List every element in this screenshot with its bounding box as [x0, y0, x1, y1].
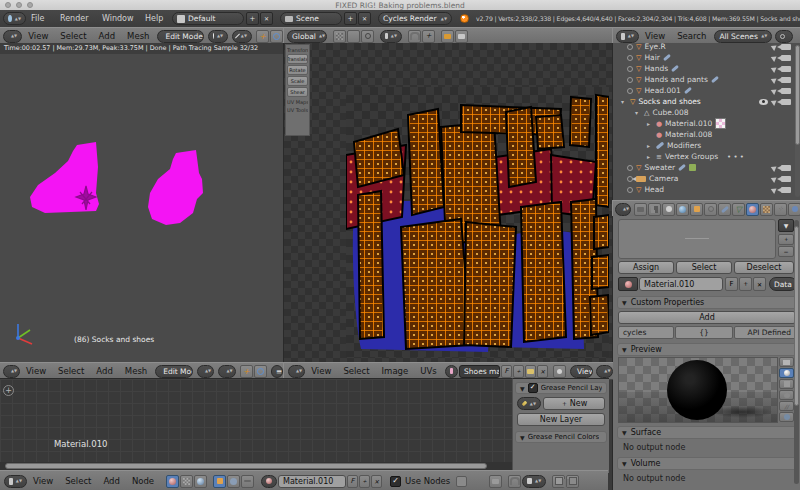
image-fake-user-button[interactable]: F: [501, 365, 512, 378]
tab-constraints-icon[interactable]: [704, 203, 717, 216]
outliner-row-eye-r[interactable]: ▽Eye.R: [613, 43, 800, 52]
viewport-shading-selector-bottom[interactable]: ▲▼: [197, 365, 214, 378]
texture-nodes-icon[interactable]: [194, 475, 207, 488]
snap-target-icon[interactable]: ＋: [422, 30, 435, 43]
data-link-selector[interactable]: Data▲▼: [769, 277, 797, 291]
editor-type-view3d-button[interactable]: ▲▼: [3, 30, 22, 43]
menu-help[interactable]: Help: [145, 14, 163, 23]
manipulator-translate-icon[interactable]: +: [240, 365, 253, 378]
collapsed-node-plus-icon[interactable]: +: [3, 385, 14, 396]
tab-render-icon[interactable]: [634, 203, 647, 216]
proportional-edit-icon[interactable]: [361, 30, 374, 43]
uv-menu-select[interactable]: Select: [337, 366, 375, 376]
editor-type-properties-button[interactable]: ▲▼: [615, 203, 631, 216]
toolshelf-scale-button[interactable]: Scale: [287, 76, 308, 86]
mode-selector[interactable]: Edit Mode▲▼: [157, 30, 204, 43]
outliner-row-hair[interactable]: ▽Hair: [613, 52, 800, 63]
material-slot-list[interactable]: [618, 219, 776, 259]
unlink-material-icon[interactable]: ✕: [753, 277, 766, 291]
outliner-row-modifiers[interactable]: ▸Modifiers: [613, 140, 800, 151]
fake-user-button[interactable]: F: [725, 277, 738, 291]
object-shader-icon[interactable]: [213, 475, 226, 488]
browse-image-icon[interactable]: [445, 365, 458, 378]
add-scene-icon[interactable]: +: [344, 12, 357, 25]
preview-cube-icon[interactable]: [779, 379, 794, 389]
view3d-menu-select[interactable]: Select: [54, 31, 92, 41]
browse-node-material-icon[interactable]: [261, 475, 277, 488]
outliner-row-sweater[interactable]: ▽Sweater: [613, 162, 800, 173]
view3d-menu-mesh[interactable]: Mesh: [121, 31, 155, 41]
shader-nodes-icon[interactable]: [166, 475, 179, 488]
assign-button[interactable]: Assign: [618, 261, 674, 274]
composite-nodes-icon[interactable]: [180, 475, 193, 488]
uv-menu-uvs[interactable]: UVs: [414, 366, 442, 376]
snap-node-element-selector[interactable]: ▲▼: [522, 475, 546, 488]
tab-physics-icon[interactable]: [788, 203, 800, 216]
renderable-icon[interactable]: [781, 66, 791, 72]
properties-scrollbar[interactable]: [794, 220, 799, 484]
image-name-field[interactable]: Shoes mapped.png: [459, 365, 500, 378]
custom-properties-panel-header[interactable]: ▼Custom Properties: [617, 296, 797, 309]
node-material-fake-user-button[interactable]: F: [347, 475, 358, 488]
delete-layout-icon[interactable]: ✕: [260, 12, 273, 25]
manipulator-translate-icon[interactable]: +: [256, 30, 269, 43]
outliner-row-hands-and-pants[interactable]: ▽Hands and pants: [613, 74, 800, 85]
renderable-icon[interactable]: [781, 176, 791, 182]
outliner-display-filter[interactable]: All Scenes▲▼: [714, 30, 772, 43]
linestyle-shader-icon[interactable]: [241, 475, 254, 488]
menu-file[interactable]: File: [31, 14, 44, 23]
outliner-row-head-001[interactable]: ▽Head.001: [613, 85, 800, 96]
uv-display-mode-selector[interactable]: View▲▼: [570, 365, 593, 378]
custom-prop-name[interactable]: cycles: [618, 326, 674, 339]
deselect-button[interactable]: Deselect: [734, 261, 794, 274]
outliner-scrollbar[interactable]: [795, 45, 800, 197]
material-slot-specials-menu[interactable]: ▼: [778, 219, 794, 232]
orientation-selector-clipped[interactable]: ≡: [271, 365, 283, 378]
preview-hair-icon[interactable]: //: [779, 401, 794, 411]
editor-type-outliner-button[interactable]: ▲▼: [616, 30, 639, 43]
material-slot-add-icon[interactable]: ＋: [778, 234, 794, 245]
new-image-icon[interactable]: ＋: [513, 365, 524, 378]
browse-material-icon[interactable]: [618, 277, 638, 291]
preview-sphere-icon[interactable]: [779, 368, 794, 378]
open-image-icon[interactable]: [525, 365, 536, 378]
tab-world-icon[interactable]: [676, 203, 689, 216]
editor-type-info-button[interactable]: ▲▼: [3, 12, 26, 25]
view3d-canvas[interactable]: Time:00:02.57 | Mem:29.73M, Peak:33.75M …: [0, 43, 284, 362]
screen-layout-selector[interactable]: Default: [172, 12, 244, 25]
preview-flat-icon[interactable]: [779, 357, 794, 367]
viewport-shading-selector[interactable]: ▲▼: [208, 30, 228, 43]
add-layout-icon[interactable]: +: [246, 12, 259, 25]
pivot-point-selector-bottom[interactable]: ▲▼: [218, 365, 235, 378]
world-shader-icon[interactable]: [227, 475, 240, 488]
transform-orientation-selector[interactable]: Global▲▼: [287, 30, 327, 43]
select-button[interactable]: Select: [676, 261, 732, 274]
renderable-icon[interactable]: [781, 55, 791, 61]
toolshelf-translate-button[interactable]: Translate: [287, 54, 308, 64]
outliner-row-camera[interactable]: Camera: [613, 173, 800, 184]
backdrop-icon[interactable]: [489, 475, 502, 488]
copy-nodes-icon[interactable]: [552, 475, 565, 488]
renderable-icon[interactable]: [781, 88, 791, 94]
manipulator-rotate-icon[interactable]: [270, 30, 283, 43]
node-menu-node[interactable]: Node: [126, 476, 160, 486]
uv-tool-shelf[interactable]: Transform Translate Rotate Scale Shear U…: [285, 44, 310, 136]
render-opengl-anim-icon[interactable]: [455, 30, 468, 43]
renderable-icon[interactable]: [781, 77, 791, 83]
paste-nodes-icon[interactable]: [566, 475, 579, 488]
view3d-menu-add[interactable]: Add: [93, 31, 121, 41]
node-editor-hscrollbar[interactable]: [0, 462, 512, 470]
layers-widget[interactable]: [333, 30, 346, 43]
grease-pencil-data-selector[interactable]: ▲▼: [517, 397, 541, 410]
tab-material-icon[interactable]: [746, 203, 759, 216]
snap-magnet-icon[interactable]: [408, 30, 421, 43]
outliner-row-material-008[interactable]: ●Material.008: [613, 129, 800, 140]
render-engine-selector[interactable]: Cycles Render▲▼: [378, 12, 452, 25]
toolshelf-shear-button[interactable]: Shear: [287, 87, 308, 97]
custom-prop-value[interactable]: {}: [675, 326, 733, 339]
outliner-row-cube-008[interactable]: ▾△Cube.008: [613, 107, 800, 118]
pin-icon[interactable]: [553, 365, 566, 378]
outliner-row-socks-and-shoes[interactable]: ▾▽Socks and shoes: [613, 96, 800, 107]
editor-type-view3d-bottom-button[interactable]: ▲▼: [3, 365, 20, 378]
grease-pencil-layers-panel-header[interactable]: ▼✓Grease Pencil Layers: [515, 382, 607, 394]
